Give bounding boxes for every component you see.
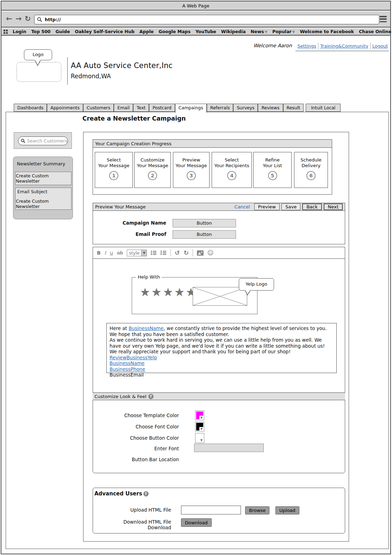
business-name-link[interactable]: BusinessName [110, 360, 144, 366]
message-editor: B I u ab style ▼ ↺ ↻ ☺ Help With ★★★★★ [93, 247, 345, 473]
italic-button[interactable]: I [105, 250, 106, 256]
bookmarks-bar: Login Top 500 Guide Oakley Self-Service … [1, 28, 390, 36]
bold-button[interactable]: B [97, 250, 101, 256]
campaign-panel: Your Campaign Creation Progress Select Y… [83, 132, 349, 542]
bookmark-item[interactable]: YouTube [195, 29, 216, 34]
campaign-name-button[interactable]: Button [173, 219, 236, 227]
tab-referrals[interactable]: Referrals [207, 104, 234, 112]
bookmark-item-popular[interactable]: Popular▼ [272, 29, 295, 34]
bookmark-item[interactable]: Chase Online - Logon [359, 29, 392, 34]
strikethrough-button[interactable]: ab [117, 250, 123, 256]
bookmark-item[interactable]: Welcome to Facebook [300, 29, 354, 34]
step-schedule-delivery[interactable]: Schedule Delivery 6 [294, 152, 328, 188]
callout-tail [244, 290, 252, 296]
tab-customers[interactable]: Customers [83, 104, 114, 112]
divider [295, 51, 389, 51]
emoji-icon[interactable]: ☺ [207, 249, 214, 256]
newsletter-item-label: Create Custom Newsletter [16, 199, 71, 209]
tab-result[interactable]: Result [283, 104, 304, 112]
tab-text[interactable]: Text [133, 104, 149, 112]
business-phone-link[interactable]: BusinessPhone [110, 366, 145, 372]
enter-font-input[interactable] [194, 444, 264, 452]
tab-campaings[interactable]: Campaings [175, 104, 207, 113]
callout-tail [34, 60, 43, 67]
tab-reviews[interactable]: Reviews [258, 104, 283, 112]
bookmark-item-news[interactable]: News▼ [251, 29, 268, 34]
next-button[interactable]: Next [324, 203, 343, 210]
tab-surveys[interactable]: Surveys [233, 104, 258, 112]
logout-link[interactable]: Logout [372, 43, 388, 49]
business-email-text: BusinessEmail [110, 372, 334, 378]
bullet-list-icon[interactable] [151, 250, 157, 255]
bookmark-item[interactable]: Oakley Self-Service Hub [75, 29, 134, 34]
editor-toolbar: B I u ab style ▼ ↺ ↻ ☺ [93, 247, 345, 259]
enter-font-label: Enter Font [101, 446, 179, 451]
back-icon[interactable]: ← [6, 14, 12, 23]
tab-bar: Dashboards Appoinments Customers Email T… [14, 104, 341, 113]
forward-icon[interactable]: → [15, 14, 22, 23]
campaign-name-label: Campaign Name [103, 220, 166, 226]
bookmark-item[interactable]: Apple [139, 29, 154, 34]
button-color-picker[interactable]: ▼ [195, 433, 204, 443]
cancel-link[interactable]: Cancel [235, 204, 250, 209]
apps-grid-icon[interactable] [4, 30, 8, 34]
font-color-picker[interactable]: ▼ [195, 422, 204, 432]
tab-dashboards[interactable]: Dashboards [14, 104, 47, 112]
browse-button[interactable]: Browse [245, 506, 269, 514]
preview-message-header: Preview Your Message Cancel Preview Save… [93, 203, 345, 211]
download-button[interactable]: Download [181, 518, 212, 527]
settings-link[interactable]: Settings [298, 43, 316, 49]
search-input[interactable]: Search Customers [18, 136, 68, 145]
newsletter-summary-panel: Newsletter Summary Create Custom Newslet… [13, 157, 73, 219]
back-button[interactable]: Back [302, 203, 322, 210]
url-input[interactable]: http:// [34, 15, 379, 24]
tab-intuit-local[interactable]: Intuit Local [306, 104, 341, 112]
review-business-yelp-link[interactable]: ReviewBusinessYelp [110, 355, 157, 360]
bookmark-item[interactable]: Login [13, 29, 26, 34]
newsletter-item[interactable]: Create Custom Newsletter [15, 172, 71, 185]
bookmark-item[interactable]: Google Maps [158, 29, 191, 34]
numbered-list-icon[interactable] [161, 250, 167, 255]
help-icon[interactable]: ? [148, 394, 154, 399]
browser-toolbar: ← → ↻ http:// [1, 11, 390, 28]
business-name-link[interactable]: BusinessName [129, 325, 163, 331]
upload-file-input[interactable] [181, 506, 241, 514]
email-subject-label: Email Subject [17, 189, 71, 194]
style-dropdown[interactable]: style ▼ [127, 250, 147, 256]
template-color-picker[interactable]: ▼ [195, 410, 204, 420]
underline-button[interactable]: u [110, 250, 113, 256]
step-customize-message[interactable]: Customize Your Message 2 [134, 152, 171, 188]
insert-image-icon[interactable] [197, 250, 204, 256]
help-with-legend: Help With [136, 274, 162, 280]
undo-icon[interactable]: ↺ [175, 249, 180, 256]
newsletter-item[interactable]: Email Subject Create Custom Newsletter [15, 188, 71, 210]
company-name: AA Auto Service Center,Inc [71, 61, 173, 70]
training-community-link[interactable]: Training&Community [320, 43, 368, 49]
welcome-text: Welcome Aaron [248, 43, 292, 48]
step-select-recipients[interactable]: Select Your Recipients 4 [212, 152, 252, 188]
email-proof-label: Email Proof [103, 231, 166, 237]
preview-button[interactable]: Preview [254, 203, 280, 210]
refresh-icon[interactable]: ↻ [25, 14, 31, 23]
redo-icon[interactable]: ↻ [183, 249, 188, 256]
step-refine-list[interactable]: Refine Your List 5 [253, 152, 292, 188]
page-title: Create a Newsletter Campaign [82, 115, 186, 122]
help-icon[interactable]: ? [143, 491, 149, 496]
tab-appoinments[interactable]: Appoinments [47, 104, 83, 112]
tab-postcard[interactable]: Postcard [149, 104, 175, 112]
bookmark-item[interactable]: Wikipedia [221, 29, 246, 34]
divider [318, 43, 318, 49]
step-preview-message[interactable]: Preview Your Message 3 [173, 152, 210, 188]
bookmark-item[interactable]: Guide [56, 29, 70, 34]
menu-icon[interactable] [380, 16, 387, 22]
bookmark-item[interactable]: Top 500 [31, 29, 51, 34]
search-placeholder: Search Customers [27, 138, 67, 144]
chevron-down-icon: ▼ [199, 416, 204, 420]
step-select-message[interactable]: Select Your Message 1 [95, 152, 133, 188]
tab-email[interactable]: Email [114, 104, 133, 112]
preview-message-section: Preview Your Message Cancel Preview Save… [93, 203, 345, 244]
upload-button[interactable]: Upload [275, 506, 299, 514]
save-button[interactable]: Save [281, 203, 300, 210]
email-proof-button[interactable]: Button [173, 230, 236, 239]
window-title-bar: A Web Page [1, 1, 390, 11]
